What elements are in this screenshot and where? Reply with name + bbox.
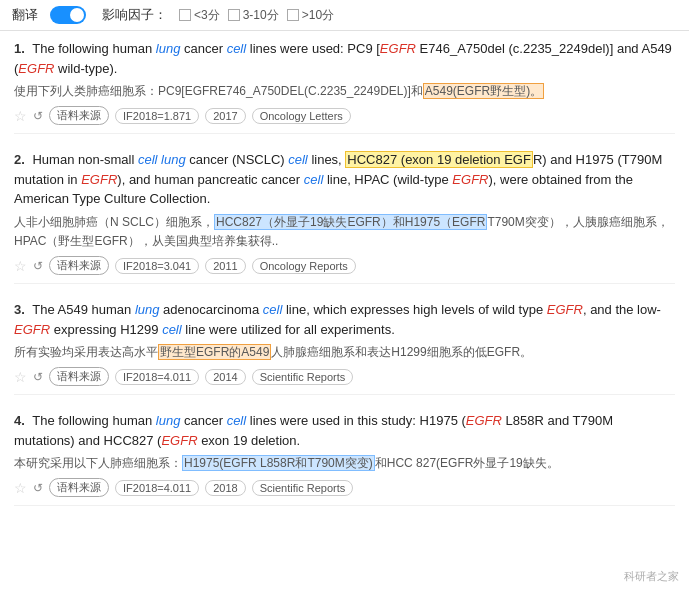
year-badge-2: 2011 — [205, 258, 245, 274]
result-1-en: 1. The following human lung cancer cell … — [14, 39, 675, 78]
result-1-cn: 使用下列人类肺癌细胞系：PC9[EGFRE746_A750DEL(C.2235_… — [14, 82, 675, 101]
result-2-en-text: Human non-small cell lung cancer (NSCLC)… — [14, 151, 662, 206]
if-badge-2: IF2018=3.041 — [115, 258, 199, 274]
result-1-number: 1. — [14, 41, 25, 56]
result-1-en-text: The following human lung cancer cell lin… — [14, 41, 672, 76]
source-badge-3[interactable]: 语料来源 — [49, 367, 109, 386]
journal-badge-4: Scientific Reports — [252, 480, 354, 496]
result-3-en: 3. The A549 human lung adenocarcinoma ce… — [14, 300, 675, 339]
source-badge-4[interactable]: 语料来源 — [49, 478, 109, 497]
result-3-footer: ☆ ↺ 语料来源 IF2018=4.011 2014 Scientific Re… — [14, 367, 675, 386]
refresh-icon-3[interactable]: ↺ — [33, 370, 43, 384]
result-3-number: 3. — [14, 302, 25, 317]
result-4-number: 4. — [14, 413, 25, 428]
result-3-en-text: The A549 human lung adenocarcinoma cell … — [14, 302, 661, 337]
checkbox-3to10[interactable] — [228, 9, 240, 21]
filter-more10[interactable]: >10分 — [287, 7, 334, 24]
content-area: 1. The following human lung cancer cell … — [0, 31, 689, 530]
journal-badge-1: Oncology Letters — [252, 108, 351, 124]
filter-less3[interactable]: <3分 — [179, 7, 220, 24]
filter-more10-label: >10分 — [302, 7, 334, 24]
result-1-footer: ☆ ↺ 语料来源 IF2018=1.871 2017 Oncology Lett… — [14, 106, 675, 125]
toggle-switch[interactable] — [50, 6, 86, 24]
result-item-1: 1. The following human lung cancer cell … — [14, 39, 675, 134]
result-item-2: 2. Human non-small cell lung cancer (NSC… — [14, 150, 675, 284]
year-badge-1: 2017 — [205, 108, 245, 124]
filter-group: <3分 3-10分 >10分 — [179, 7, 334, 24]
star-icon-2[interactable]: ☆ — [14, 258, 27, 274]
if-badge-3: IF2018=4.011 — [115, 369, 199, 385]
result-2-cn: 人非小细胞肺癌（N SCLC）细胞系，HCC827（外显子19缺失EGFR）和H… — [14, 213, 675, 251]
journal-badge-3: Scientific Reports — [252, 369, 354, 385]
result-2-en: 2. Human non-small cell lung cancer (NSC… — [14, 150, 675, 209]
translate-label: 翻译 — [12, 6, 38, 24]
refresh-icon-4[interactable]: ↺ — [33, 481, 43, 495]
journal-badge-2: Oncology Reports — [252, 258, 356, 274]
checkbox-more10[interactable] — [287, 9, 299, 21]
result-2-number: 2. — [14, 152, 25, 167]
result-3-cn: 所有实验均采用表达高水平野生型EGFR的A549人肺腺癌细胞系和表达H1299细… — [14, 343, 675, 362]
if-badge-4: IF2018=4.011 — [115, 480, 199, 496]
refresh-icon-2[interactable]: ↺ — [33, 259, 43, 273]
star-icon-3[interactable]: ☆ — [14, 369, 27, 385]
result-4-cn: 本研究采用以下人肺癌细胞系：H1975(EGFR L858R和T790M突变)和… — [14, 454, 675, 473]
refresh-icon-1[interactable]: ↺ — [33, 109, 43, 123]
year-badge-3: 2014 — [205, 369, 245, 385]
star-icon-4[interactable]: ☆ — [14, 480, 27, 496]
influence-label: 影响因子： — [102, 6, 167, 24]
if-badge-1: IF2018=1.871 — [115, 108, 199, 124]
result-2-footer: ☆ ↺ 语料来源 IF2018=3.041 2011 Oncology Repo… — [14, 256, 675, 275]
filter-less3-label: <3分 — [194, 7, 220, 24]
filter-3to10-label: 3-10分 — [243, 7, 279, 24]
source-badge-2[interactable]: 语料来源 — [49, 256, 109, 275]
checkbox-less3[interactable] — [179, 9, 191, 21]
filter-3to10[interactable]: 3-10分 — [228, 7, 279, 24]
watermark: 科研者之家 — [624, 569, 679, 584]
result-4-en: 4. The following human lung cancer cell … — [14, 411, 675, 450]
result-item-4: 4. The following human lung cancer cell … — [14, 411, 675, 506]
year-badge-4: 2018 — [205, 480, 245, 496]
result-item-3: 3. The A549 human lung adenocarcinoma ce… — [14, 300, 675, 395]
star-icon-1[interactable]: ☆ — [14, 108, 27, 124]
result-4-footer: ☆ ↺ 语料来源 IF2018=4.011 2018 Scientific Re… — [14, 478, 675, 497]
result-4-en-text: The following human lung cancer cell lin… — [14, 413, 613, 448]
watermark-text: 科研者之家 — [624, 570, 679, 582]
source-badge-1[interactable]: 语料来源 — [49, 106, 109, 125]
top-bar: 翻译 影响因子： <3分 3-10分 >10分 — [0, 0, 689, 31]
